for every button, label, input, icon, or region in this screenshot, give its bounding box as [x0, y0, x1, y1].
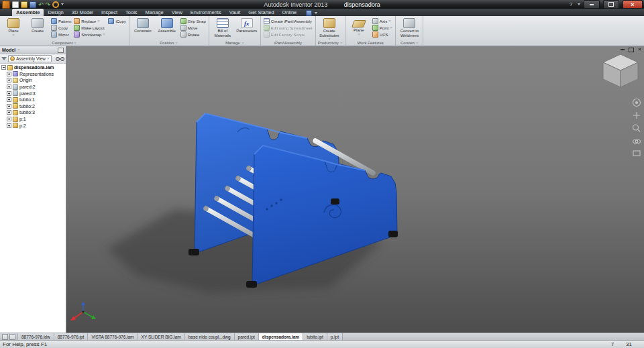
productivity-group-label[interactable]: Productivity: [318, 40, 343, 46]
tab-list-icon[interactable]: [2, 334, 8, 340]
rotate-button[interactable]: Rotate: [180, 32, 207, 38]
browser-title-dropdown-icon[interactable]: [17, 49, 20, 51]
parameters-button[interactable]: fx Parameters: [235, 17, 258, 34]
tree-expander[interactable]: [7, 91, 11, 96]
doc-tab-6-active[interactable]: dispensadora.iam: [259, 333, 303, 340]
tab-view[interactable]: View: [168, 9, 186, 16]
doc-tab-2[interactable]: VISTA 88776-976.iam: [88, 333, 138, 340]
create-substitutes-button[interactable]: Create Substitutes: [318, 17, 341, 40]
ipart-group-label[interactable]: iPart/iAssembly: [263, 40, 313, 46]
save-icon[interactable]: [30, 1, 36, 8]
ucs-button[interactable]: UCS: [372, 32, 394, 38]
icopy-button[interactable]: iCopy: [107, 18, 126, 24]
inventor-logo-icon[interactable]: [2, 1, 10, 9]
tree-expander[interactable]: [1, 65, 6, 70]
close-button[interactable]: ×: [623, 0, 643, 9]
filter-icon[interactable]: [1, 57, 7, 60]
doc-tab-1[interactable]: 88776-976.ipt: [54, 333, 89, 340]
doc-tab-5[interactable]: pared.ipt: [235, 333, 259, 340]
bill-of-materials-button[interactable]: Bill of Materials: [211, 17, 234, 38]
redo-icon[interactable]: ↷: [46, 2, 51, 7]
constrain-button[interactable]: Constrain: [131, 17, 154, 34]
ribbon-appearance-icon[interactable]: [306, 10, 312, 16]
tab-arrange-icon[interactable]: [9, 334, 15, 340]
minimize-button[interactable]: [584, 0, 600, 9]
view-mode-dropdown[interactable]: Assembly View: [8, 55, 52, 62]
work-features-group-label[interactable]: Work Features: [347, 40, 394, 46]
assemble-button[interactable]: Assemble: [156, 17, 178, 34]
tree-node-pared2[interactable]: pared:2: [0, 84, 66, 91]
tree-node-tubito2[interactable]: tubito:2: [0, 103, 66, 110]
help-icon[interactable]: ?: [568, 1, 574, 7]
update-icon[interactable]: [52, 1, 59, 8]
tab-manage[interactable]: Manage: [142, 9, 168, 16]
tree-expander[interactable]: [7, 78, 11, 82]
3d-scene-canvas[interactable]: [66, 46, 644, 333]
copy-button[interactable]: Copy: [50, 25, 72, 31]
doc-tab-0[interactable]: 88776-976.idw: [18, 333, 54, 340]
doc-tab-7[interactable]: tubito.ipt: [303, 333, 327, 340]
search-icon[interactable]: [56, 57, 64, 61]
point-button[interactable]: Point: [372, 25, 394, 31]
tab-tools[interactable]: Tools: [121, 9, 142, 16]
browser-options-icon[interactable]: [58, 48, 64, 53]
open-file-icon[interactable]: [21, 1, 28, 8]
doc-close-icon[interactable]: ×: [638, 47, 641, 52]
tab-vault[interactable]: Vault: [225, 9, 245, 16]
position-group-label[interactable]: Position: [131, 40, 207, 46]
doc-minimize-icon[interactable]: [621, 49, 625, 50]
ribbon-options-icon[interactable]: [315, 12, 317, 14]
tab-design[interactable]: Design: [44, 9, 67, 16]
place-button[interactable]: Place: [2, 17, 25, 36]
qat-dropdown-icon[interactable]: [61, 3, 64, 5]
tab-environments[interactable]: Environments: [186, 9, 225, 16]
tree-expander[interactable]: [7, 72, 11, 76]
tree-node-root[interactable]: dispensadora.iam: [0, 64, 66, 71]
mirror-button[interactable]: Mirror: [50, 32, 72, 38]
create-button[interactable]: Create: [26, 17, 49, 34]
browser-tree[interactable]: dispensadora.iam Representations Origin …: [0, 64, 66, 333]
undo-icon[interactable]: ↶: [38, 2, 44, 7]
tree-node-tubito1[interactable]: tubito:1: [0, 97, 66, 103]
move-button[interactable]: Move: [180, 25, 207, 31]
tree-node-tubito3[interactable]: tubito:3: [0, 109, 66, 116]
doc-tab-4[interactable]: base nido coupl...dwg: [185, 333, 235, 340]
tab-online[interactable]: Online: [278, 9, 301, 16]
new-file-icon[interactable]: [12, 1, 19, 8]
convert-to-weldment-button[interactable]: Convert to Weldment: [398, 17, 421, 38]
tab-get-started[interactable]: Get Started: [244, 9, 278, 16]
axis-button[interactable]: Axis: [372, 18, 394, 24]
tree-expander[interactable]: [7, 84, 11, 89]
orbit-icon[interactable]: [633, 139, 641, 143]
tree-expander[interactable]: [7, 117, 11, 121]
make-layout-button[interactable]: Make Layout: [73, 25, 106, 31]
tree-expander[interactable]: [7, 110, 11, 115]
tree-expander[interactable]: [7, 104, 11, 109]
replace-button[interactable]: Replace: [73, 18, 106, 24]
maximize-button[interactable]: [603, 0, 619, 9]
tree-node-p2[interactable]: p:2: [0, 122, 66, 129]
tree-node-p1[interactable]: p:1: [0, 116, 66, 123]
tree-expander[interactable]: [7, 123, 11, 128]
pattern-button[interactable]: Pattern: [50, 18, 72, 24]
shrinkwrap-button[interactable]: Shrinkwrap: [73, 32, 106, 38]
tree-expander[interactable]: [7, 97, 11, 102]
plane-button[interactable]: Plane: [347, 17, 370, 36]
3d-viewport[interactable]: ×: [66, 46, 644, 333]
component-group-label[interactable]: Component: [2, 40, 127, 46]
tab-assemble[interactable]: Assemble: [12, 9, 44, 16]
convert-group-label[interactable]: Convert: [398, 40, 421, 46]
tab-3d-model[interactable]: 3D Model: [68, 9, 97, 16]
navigation-wheel-icon[interactable]: [633, 99, 641, 107]
browser-header[interactable]: Model: [0, 46, 66, 54]
manage-group-label[interactable]: Manage: [211, 40, 258, 46]
create-ipart-button[interactable]: Create iPart/iAssembly: [263, 18, 313, 24]
zoom-icon[interactable]: [633, 125, 641, 132]
look-at-icon[interactable]: [633, 151, 640, 156]
doc-tab-8[interactable]: p.ipt: [327, 333, 343, 340]
doc-tab-3[interactable]: XY SLIDER BIG.iam: [138, 333, 185, 340]
pan-icon[interactable]: [633, 112, 640, 119]
tree-node-pared3[interactable]: pared:3: [0, 90, 66, 97]
help-dropdown-icon[interactable]: [578, 3, 580, 5]
doc-restore-icon[interactable]: [629, 48, 634, 52]
